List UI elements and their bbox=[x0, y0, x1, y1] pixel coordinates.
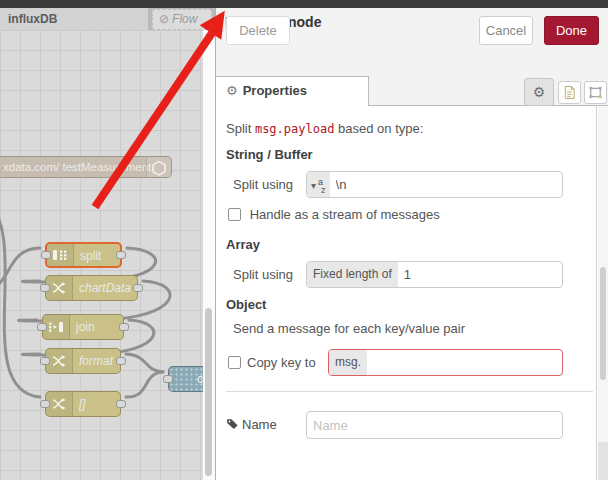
document-icon bbox=[562, 85, 577, 100]
name-input-group bbox=[306, 411, 563, 439]
gear-icon: ⚙ bbox=[226, 83, 238, 98]
stream-checkbox-label: Handle as a stream of messages bbox=[250, 207, 440, 222]
description-button[interactable] bbox=[558, 81, 581, 104]
input-port[interactable] bbox=[37, 323, 47, 331]
flow-workspace: influxDB ⊘Flow xdata.com/ testMeasuremen… bbox=[0, 8, 215, 480]
node-red-editor: influxDB ⊘Flow xdata.com/ testMeasuremen… bbox=[0, 0, 608, 480]
node-split[interactable]: split bbox=[45, 242, 122, 268]
flow-canvas[interactable]: xdata.com/ testMeasurement bbox=[0, 30, 215, 480]
input-port[interactable] bbox=[41, 251, 51, 259]
appearance-button[interactable] bbox=[584, 81, 607, 104]
array-split-row: Split using Fixed length of bbox=[216, 261, 596, 288]
node-chartdata[interactable]: chartData bbox=[45, 275, 138, 301]
section-array: Array bbox=[226, 237, 596, 252]
output-port[interactable] bbox=[116, 400, 126, 408]
split-using-label: Split using bbox=[233, 177, 293, 192]
name-input[interactable] bbox=[307, 412, 562, 438]
copy-key-checkbox[interactable] bbox=[228, 356, 241, 369]
fixed-length-prefix: Fixed length of bbox=[307, 262, 398, 287]
influxdb-logo-icon bbox=[146, 157, 171, 177]
copy-key-input-group: msg. bbox=[328, 349, 563, 376]
node-influxdb-out[interactable]: xdata.com/ testMeasurement bbox=[0, 156, 172, 178]
object-hint-text: Send a message for each key/value pair bbox=[233, 321, 596, 336]
change-icon bbox=[46, 392, 73, 416]
split-icon bbox=[47, 244, 74, 266]
edit-tray: Edit split node Delete Cancel Done ⚙Prop… bbox=[215, 8, 608, 480]
node-properties-button[interactable]: ⚙ bbox=[524, 78, 554, 106]
tab-properties[interactable]: ⚙Properties bbox=[216, 76, 369, 106]
tag-icon bbox=[226, 418, 238, 430]
workspace-tabbar: influxDB ⊘Flow bbox=[0, 8, 215, 30]
panel-scrollbar-thumb[interactable] bbox=[600, 267, 606, 380]
input-port[interactable] bbox=[163, 375, 173, 383]
split-using-label: Split using bbox=[233, 267, 293, 282]
form-divider bbox=[226, 391, 593, 392]
copy-key-input[interactable] bbox=[367, 350, 562, 375]
array-length-input[interactable] bbox=[398, 262, 562, 287]
stream-checkbox[interactable] bbox=[228, 208, 241, 221]
intro-code: msg.payload bbox=[255, 122, 334, 136]
name-row: Name bbox=[216, 411, 596, 439]
change-icon bbox=[46, 276, 73, 300]
name-label: Name bbox=[226, 417, 277, 432]
input-port[interactable] bbox=[40, 400, 50, 408]
scrollbar-corner bbox=[598, 442, 608, 480]
canvas-scrollbar[interactable] bbox=[203, 30, 215, 480]
node-format[interactable]: format bbox=[45, 348, 121, 374]
change-icon bbox=[46, 349, 73, 373]
intro-after: based on type: bbox=[338, 121, 423, 136]
msg-prefix: msg. bbox=[329, 350, 367, 375]
typed-input-type-button[interactable]: ▾az bbox=[307, 172, 330, 197]
cancel-button[interactable]: Cancel bbox=[479, 16, 533, 45]
name-label-text: Name bbox=[242, 417, 277, 432]
input-port[interactable] bbox=[40, 284, 50, 292]
delete-button[interactable]: Delete bbox=[226, 16, 290, 45]
gear-icon: ⚙ bbox=[533, 84, 546, 100]
stream-checkbox-row: Handle as a stream of messages bbox=[228, 207, 596, 225]
circle-slash-icon: ⊘ bbox=[159, 12, 169, 26]
string-split-input-group: ▾az bbox=[306, 171, 563, 198]
appearance-icon bbox=[588, 85, 603, 100]
app-header-bar bbox=[0, 0, 608, 8]
join-icon bbox=[43, 315, 70, 339]
section-object: Object bbox=[226, 297, 596, 312]
node-brackets[interactable]: [] bbox=[45, 391, 121, 417]
string-split-input[interactable] bbox=[330, 172, 562, 197]
section-string-buffer: String / Buffer bbox=[226, 147, 596, 162]
copy-key-row: Copy key to msg. bbox=[216, 349, 596, 376]
copy-key-label: Copy key to bbox=[247, 355, 316, 370]
output-port[interactable] bbox=[133, 284, 143, 292]
edit-form: Split msg.payload based on type: String … bbox=[216, 106, 597, 480]
output-port[interactable] bbox=[119, 323, 129, 331]
string-type-icon: az bbox=[318, 178, 326, 194]
canvas-scrollbar-thumb[interactable] bbox=[205, 308, 212, 476]
array-split-input-group: Fixed length of bbox=[306, 261, 563, 288]
input-port[interactable] bbox=[40, 357, 50, 365]
output-port[interactable] bbox=[116, 357, 126, 365]
intro-before: Split bbox=[226, 121, 251, 136]
split-intro-text: Split msg.payload based on type: bbox=[226, 121, 596, 136]
done-button[interactable]: Done bbox=[544, 16, 599, 45]
node-join[interactable]: join bbox=[42, 314, 124, 340]
tab-properties-label: Properties bbox=[243, 83, 307, 98]
panel-scrollbar[interactable] bbox=[598, 106, 608, 480]
string-split-row: Split using ▾az bbox=[216, 171, 596, 198]
tab-influxdb[interactable]: influxDB bbox=[0, 8, 148, 30]
chevron-down-icon: ▾ bbox=[311, 180, 316, 191]
tab-flow-label: Flow bbox=[172, 12, 197, 26]
tab-flow-disabled[interactable]: ⊘Flow bbox=[152, 9, 212, 30]
output-port[interactable] bbox=[116, 251, 126, 259]
